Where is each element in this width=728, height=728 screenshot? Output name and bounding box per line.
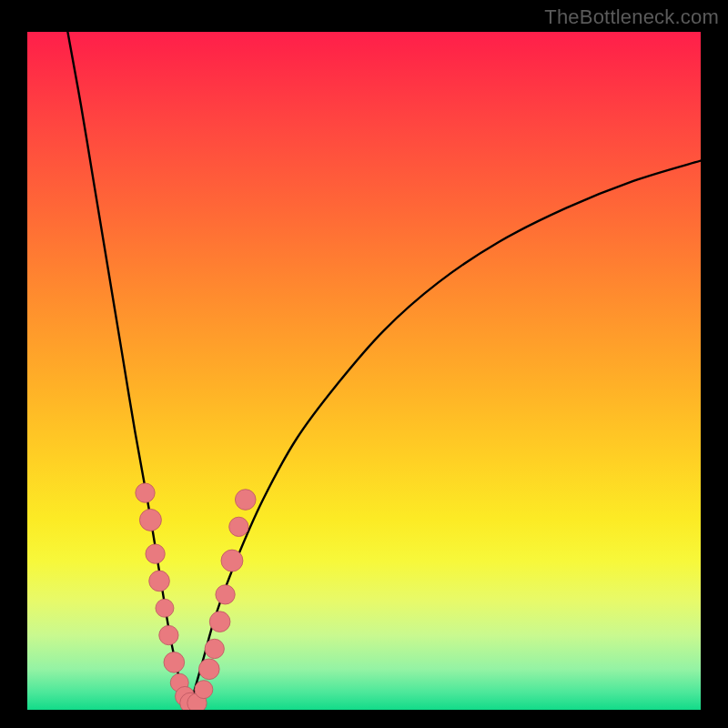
data-dot <box>195 681 213 699</box>
data-dot <box>209 612 230 632</box>
data-dot <box>146 544 165 563</box>
data-dots <box>136 483 256 710</box>
watermark-label: TheBottleneck.com <box>544 5 719 29</box>
curve-right-branch <box>189 161 701 710</box>
data-dot <box>159 625 178 644</box>
data-dot <box>229 517 248 536</box>
data-dot <box>156 599 174 617</box>
data-dot <box>139 509 161 531</box>
chart-frame: TheBottleneck.com <box>0 0 728 728</box>
data-dot <box>149 571 170 592</box>
data-dot <box>216 585 235 604</box>
data-dot <box>221 550 243 571</box>
data-dot <box>205 639 224 658</box>
data-dot <box>164 652 185 673</box>
data-dot <box>235 490 256 511</box>
data-dot <box>198 659 219 680</box>
plot-area <box>27 32 701 710</box>
data-dot <box>136 483 155 502</box>
curve-layer <box>27 32 701 710</box>
